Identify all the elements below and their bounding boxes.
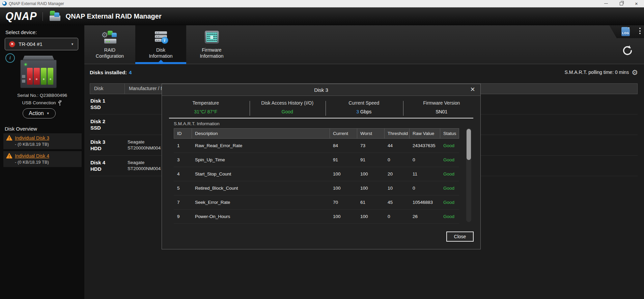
- tab-raid-configuration[interactable]: ⚙ RAIDConfiguration: [84, 25, 135, 64]
- qnap-logo: QNAP: [5, 10, 37, 23]
- disk-4-capacity: - (0 KB/18.19 TB): [15, 160, 82, 165]
- smart-row[interactable]: 5Retired_Block_Count 100100 100 Good: [174, 181, 459, 195]
- col-description: Description: [192, 129, 330, 138]
- temperature-value: 31°C/ 87°F: [194, 109, 217, 114]
- action-button[interactable]: Action ▼: [23, 108, 56, 118]
- smart-row[interactable]: 9Power-On_Hours 100100 026 Good: [174, 210, 459, 224]
- col-current: Current: [330, 129, 357, 138]
- stat-disk-access-history: Disk Access History (I/O) Good: [249, 96, 325, 118]
- dialog-close-icon[interactable]: ✕: [469, 86, 476, 93]
- stat-divider: [326, 101, 326, 116]
- firmware-information-icon: [204, 30, 220, 44]
- tab-label: RAIDConfiguration: [96, 47, 124, 59]
- window-title: QNAP External RAID Manager: [9, 1, 64, 6]
- enclosure-button: [22, 80, 25, 83]
- col-raw-value: Raw Value: [410, 129, 440, 138]
- minimize-icon: [604, 3, 608, 4]
- individual-disk-3-link[interactable]: Individual Disk 3: [15, 135, 49, 141]
- col-threshold: Threshold: [385, 129, 409, 138]
- smart-row[interactable]: 7Seek_Error_Rate 7061 4510546883 Good: [174, 195, 459, 210]
- disk-overview-heading: Disk Overview: [5, 126, 37, 132]
- warning-icon: [6, 135, 12, 141]
- device-info-icon[interactable]: i: [5, 53, 15, 63]
- usb-connection-row: USB Connection: [0, 100, 84, 106]
- usb-icon: [58, 100, 62, 106]
- smart-information-heading: S.M.A.R.T. Information: [174, 121, 220, 126]
- device-error-icon: ✕: [9, 41, 15, 47]
- warning-icon: [6, 153, 12, 159]
- status-badge: Good: [440, 157, 458, 162]
- more-menu-button[interactable]: [639, 28, 641, 34]
- device-select-dropdown[interactable]: ✕ TR-004 #1 ▼: [5, 38, 78, 50]
- app-icon: [2, 1, 7, 6]
- stat-temperature: Temperature 31°C/ 87°F: [162, 96, 249, 118]
- col-status: Status: [440, 129, 459, 138]
- chevron-down-icon: ▼: [47, 112, 50, 115]
- device-enclosure-image: [20, 56, 57, 88]
- current-speed-value: 3 Gbps: [356, 109, 371, 114]
- minimize-button[interactable]: [598, 0, 614, 7]
- qnap-external-raid-manager-window: QNAP External RAID Manager × QNAP QNAP E…: [0, 0, 644, 299]
- firmware-version-value: SN01: [436, 109, 447, 114]
- action-button-label: Action: [29, 110, 44, 116]
- status-badge: Good: [440, 214, 458, 219]
- select-device-label: Select device:: [5, 29, 37, 35]
- active-tab-notch: [159, 60, 163, 62]
- close-button[interactable]: Close: [446, 232, 474, 242]
- status-badge: Good: [440, 171, 458, 176]
- raid-configuration-icon: ⚙: [102, 30, 118, 44]
- tab-firmware-information[interactable]: FirmwareInformation: [186, 25, 237, 64]
- sidebar: Select device: ✕ TR-004 #1 ▼ i Serial No…: [0, 25, 84, 299]
- refresh-button[interactable]: [622, 45, 633, 56]
- stat-divider: [403, 101, 403, 116]
- disk-stats-row: Temperature 31°C/ 87°F Disk Access Histo…: [162, 96, 480, 118]
- dialog-titlebar: Disk 3 ✕: [162, 84, 480, 96]
- status-badge: Good: [440, 200, 458, 205]
- overview-item-disk3[interactable]: Individual Disk 3 - (0 KB/18.19 TB): [3, 133, 82, 149]
- toolbar-row: Disks installed:4 S.M.A.R.T. polling tim…: [84, 64, 644, 80]
- drive-bay-4-green: [48, 68, 53, 85]
- disks-installed-label: Disks installed:4: [90, 70, 132, 75]
- disk3-details-dialog: Disk 3 ✕ Temperature 31°C/ 87°F Disk Acc…: [162, 84, 481, 249]
- smart-row[interactable]: 1Raw_Read_Error_Rate 8473 44243437635 Go…: [174, 139, 459, 153]
- disk-3-capacity: - (0 KB/18.19 TB): [15, 142, 82, 147]
- smart-table: ID Description Current Worst Threshold R…: [174, 128, 459, 224]
- drive-bay-1-red: [27, 68, 33, 85]
- refresh-icon: [622, 45, 633, 56]
- tab-label: DiskInformation: [149, 47, 172, 59]
- tab-strip: ⚙ RAIDConfiguration i DiskInformation: [84, 25, 644, 64]
- col-id: ID: [174, 129, 192, 138]
- drive-bays: [27, 68, 53, 85]
- disks-installed-count: 4: [129, 70, 132, 75]
- scrollbar-thumb[interactable]: [467, 129, 471, 160]
- power-led: [25, 63, 27, 65]
- column-header-disk: Disk: [90, 84, 124, 94]
- scrollbar-track[interactable]: [466, 128, 471, 222]
- close-window-button[interactable]: ×: [629, 0, 644, 7]
- header-divider: [43, 12, 43, 21]
- app-title: QNAP External RAID Manager: [66, 12, 162, 20]
- smart-row[interactable]: 4Start_Stop_Count 100100 2011 Good: [174, 167, 459, 181]
- usb-connection-label: USB Connection: [22, 100, 56, 105]
- stat-firmware-version: Firmware Version SN01: [403, 96, 481, 118]
- restore-button[interactable]: [614, 0, 629, 7]
- status-badge: Good: [440, 143, 458, 148]
- restore-icon: [620, 2, 623, 5]
- device-dropdown-value: TR-004 #1: [19, 41, 43, 47]
- smart-polling-group: S.M.A.R.T. polling time: 0 mins ⚙: [565, 69, 638, 76]
- os-titlebar: QNAP External RAID Manager ×: [0, 0, 644, 7]
- log-button[interactable]: LOG: [621, 27, 630, 36]
- dialog-title: Disk 3: [314, 87, 328, 93]
- disk-information-icon: i: [153, 30, 169, 44]
- enclosure-front-face: [20, 60, 57, 88]
- close-icon: ×: [635, 1, 638, 6]
- raid-manager-app-icon: [49, 11, 62, 22]
- gear-icon[interactable]: ⚙: [632, 69, 638, 76]
- serial-number: Serial No.: Q23BB00496: [0, 93, 84, 98]
- tab-disk-information[interactable]: i DiskInformation: [135, 25, 186, 64]
- overview-item-disk4[interactable]: Individual Disk 4 - (0 KB/18.19 TB): [3, 151, 82, 167]
- drive-bay-3-green: [41, 68, 47, 85]
- individual-disk-4-link[interactable]: Individual Disk 4: [15, 153, 49, 159]
- smart-row[interactable]: 3Spin_Up_Time 9191 00 Good: [174, 153, 459, 167]
- drive-bay-2-red: [34, 68, 39, 85]
